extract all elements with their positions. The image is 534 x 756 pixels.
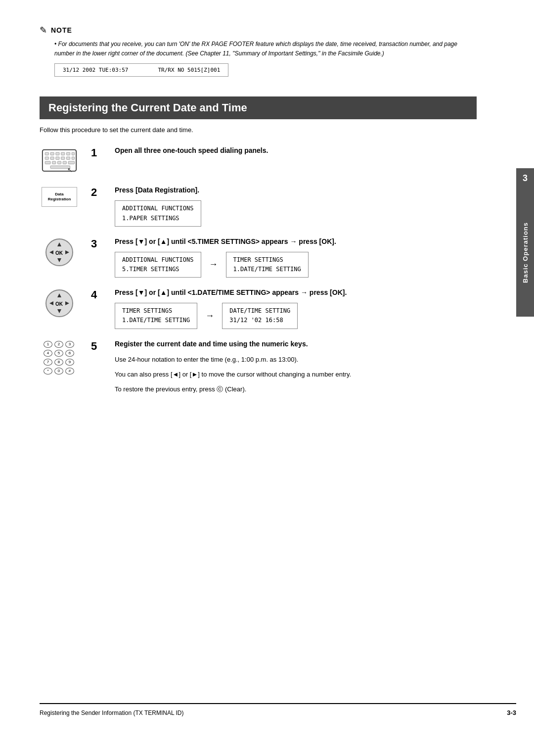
note-header: ✎ NOTE [40,25,477,36]
svg-rect-12 [72,157,74,159]
lcd-line1: ADDITIONAL FUNCTIONS [122,204,194,213]
step-5-row: 123456789*0# 5 Register the current date… [40,339,477,399]
svg-rect-16 [63,161,66,164]
svg-rect-4 [61,152,65,155]
svg-marker-23 [65,250,69,254]
step-1-row: ↖ 1 Open all three one-touch speed diali… [40,145,477,175]
svg-marker-26 [49,301,53,305]
section-intro: Follow this procedure to set the current… [40,126,477,134]
page-number: 3-3 [507,709,516,716]
step-4-number: 4 [91,287,103,301]
svg-rect-11 [66,157,70,159]
step-5-extra-line: Use 24-hour notation to enter the time (… [115,354,477,365]
step-1-instruction: Open all three one-touch speed dialing p… [115,145,477,156]
side-tab-label: Basic Operations [522,222,529,283]
step-2-row: DataRegistration 2 Press [Data Registrat… [40,185,477,226]
step-5-icon-col: 123456789*0# [40,339,79,376]
step-2-icon-col: DataRegistration [40,185,79,207]
side-tab: Basic Operations [516,188,534,317]
footer-txrx: TR/RX NO 5015[Z]001 [158,67,220,73]
svg-marker-20 [57,242,61,246]
footer-center-text: Registering the Sender Information (TX T… [40,709,183,716]
keyboard-icon: ↖ [42,147,77,175]
step-5-instruction: Register the current date and time using… [115,339,477,349]
numpad-key: 8 [54,359,63,366]
step-4-content: Press [▼] or [▲] until <1.DATE/TIME SETT… [115,287,477,329]
ok-label: OK [55,250,63,256]
numpad-key: 5 [54,350,63,357]
note-bullet-text: For documents that you receive, you can … [54,41,457,57]
svg-rect-6 [72,152,74,155]
note-section: ✎ NOTE • For documents that you receive,… [40,20,477,87]
lcd-line1: TIMER SETTINGS [233,255,301,265]
numpad-key: 6 [65,350,74,357]
step-2-lcd: ADDITIONAL FUNCTIONS 1.PAPER SETTINGS [115,200,477,226]
side-tab-number: 3 [516,168,534,188]
numpad-key: 9 [65,359,74,366]
svg-rect-5 [66,152,70,155]
lcd-line2: 31/12 '02 16:58 [229,316,290,325]
step-4-icon-col: OK [40,287,79,317]
step-4-row: OK 4 Press [▼] or [▲] until <1.DATE/TIME… [40,287,477,329]
numpad-icon: 123456789*0# [44,341,75,376]
svg-rect-8 [50,157,54,159]
numpad-key: # [65,368,74,375]
footer-date: 31/12 2002 TUE:03:57 [63,67,128,73]
svg-rect-14 [52,161,56,164]
lcd-line2: 1.DATE/TIME SETTING [233,265,301,274]
svg-marker-27 [65,301,69,305]
svg-rect-15 [57,161,61,164]
step-3-content: Press [▼] or [▲] until <5.TIMER SETTINGS… [115,236,477,278]
numpad-key: 7 [44,359,52,366]
svg-rect-13 [45,161,50,164]
lcd-line1: ADDITIONAL FUNCTIONS [122,255,194,265]
svg-rect-1 [45,152,48,155]
step-3-icon-col: OK [40,236,79,266]
step-1-icon-col: ↖ [40,145,79,175]
nav-button-icon-3: OK [45,238,73,266]
numpad-key: 3 [65,341,74,348]
step-2-content: Press [Data Registration]. ADDITIONAL FU… [115,185,477,226]
numpad-key: 1 [44,341,52,348]
step-5-additional: Use 24-hour notation to enter the time (… [115,354,477,395]
ok-label-4: OK [55,301,63,307]
section-heading: Registering the Current Date and Time [40,96,477,119]
step-4-lcd-left: TIMER SETTINGS 1.DATE/TIME SETTING [115,303,197,329]
steps-container: ↖ 1 Open all three one-touch speed diali… [40,145,477,398]
step-5-content: Register the current date and time using… [115,339,477,399]
step-5-extra-line: To restore the previous entry, press ⓒ (… [115,384,477,395]
footer-example: 31/12 2002 TUE:03:57 TR/RX NO 5015[Z]001 [54,63,228,77]
step-3-instruction: Press [▼] or [▲] until <5.TIMER SETTINGS… [115,236,477,247]
note-title: NOTE [51,26,72,34]
step-2-number: 2 [91,185,103,199]
bottom-footer: Registering the Sender Information (TX T… [40,703,516,716]
svg-marker-21 [57,258,61,262]
svg-rect-10 [61,157,65,159]
svg-marker-25 [57,309,61,313]
nav-button-icon-4: OK [45,289,73,317]
step-4-lcd: TIMER SETTINGS 1.DATE/TIME SETTING → DAT… [115,303,477,329]
svg-rect-17 [68,161,75,164]
step-2-instruction: Press [Data Registration]. [115,185,477,195]
step-3-lcd-right: TIMER SETTINGS 1.DATE/TIME SETTING [226,252,309,278]
step-3-row: OK 3 Press [▼] or [▲] until <5.TIMER SET… [40,236,477,278]
svg-rect-2 [50,152,54,155]
arrow-right-4: → [205,311,214,321]
pencil-icon: ✎ [40,25,47,36]
lcd-line1: TIMER SETTINGS [122,306,190,316]
lcd-line2: 1.PAPER SETTINGS [122,214,194,223]
data-registration-icon: DataRegistration [42,187,77,207]
lcd-line1: DATE/TIME SETTING [229,306,290,316]
note-body: • For documents that you receive, you ca… [54,40,477,58]
numpad-key: 0 [54,368,63,375]
numpad-key: 4 [44,350,52,357]
arrow-right-3: → [209,259,218,270]
lcd-line2: 5.TIMER SETTINGS [122,265,194,274]
page: 3 Basic Operations ✎ NOTE • For document… [0,0,534,756]
numpad-key: * [44,368,52,375]
svg-rect-7 [45,157,48,159]
svg-marker-22 [49,250,53,254]
numpad-key: 2 [54,341,63,348]
svg-rect-9 [56,157,59,159]
svg-text:↖: ↖ [67,167,73,174]
